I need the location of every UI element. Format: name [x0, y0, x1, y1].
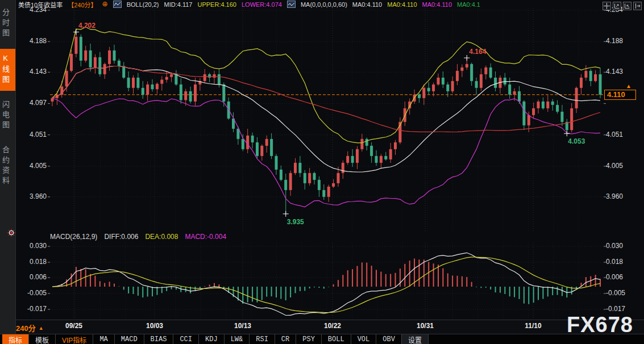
toolbar-tab-5[interactable]: BIAS	[144, 334, 174, 344]
macd-diff-value: DIFF:0.006	[104, 233, 138, 241]
macd-label: MACD(26,12,9)	[50, 233, 97, 241]
toolbar-tab-9[interactable]: RSI	[250, 334, 275, 344]
ma-label: MA(0,0,0,0,0,60)	[301, 1, 347, 8]
current-price-tag: 4.110	[604, 90, 636, 100]
ma-value-1: MA0:4.110	[352, 1, 382, 8]
sidebar-item-2[interactable]: 闪电图	[0, 95, 15, 136]
date-axis[interactable]	[0, 320, 644, 334]
zoom-out-chart-icon[interactable]	[613, 2, 621, 10]
zoom-in-chart-icon[interactable]	[623, 2, 631, 10]
toolbar-tab-4[interactable]: MACD	[115, 334, 144, 344]
boll-upper-value: UPPER:4.160	[197, 1, 236, 8]
chart-canvas[interactable]	[0, 0, 644, 344]
live-indicator-icon[interactable]	[7, 229, 15, 237]
ma-value-4: MA0:4.1	[457, 1, 480, 8]
chart-controls	[603, 2, 642, 10]
boll-label: BOLL(20,2)	[127, 1, 159, 8]
macd-macd-value: MACD:-0.004	[185, 233, 226, 241]
crosshair-icon[interactable]	[603, 2, 611, 10]
ma-value-2: MA0:4.110	[387, 1, 417, 8]
toolbar-tab-11[interactable]: PSY	[296, 334, 322, 344]
toolbar-tab-14[interactable]: OBV	[376, 334, 402, 344]
trading-chart-app: 分时图K线图闪电图合约资料 美债10年收益率 【240分】 ⊕ BOLL(20,…	[0, 0, 644, 344]
shift-right-icon[interactable]	[633, 2, 642, 10]
toolbar-tab-7[interactable]: KDJ	[199, 334, 225, 344]
watermark: FX678	[567, 313, 633, 337]
timeframe-value: 240分	[16, 322, 36, 333]
boll-lower-value: LOWER:4.074	[242, 1, 282, 8]
toolbar-tab-8[interactable]: LW&	[225, 334, 250, 344]
timeframe-label[interactable]: 【240分】	[68, 0, 97, 9]
toolbar-tab-2[interactable]: VIP指标	[56, 334, 93, 344]
toolbar-tab-3[interactable]: MA	[93, 334, 114, 344]
toolbar-tab-0[interactable]: 指标	[2, 334, 29, 344]
add-indicator-icon[interactable]: ⊕	[102, 1, 108, 7]
sidebar-item-1[interactable]: K线图	[0, 49, 15, 91]
toolbar-tab-6[interactable]: CCI	[173, 334, 199, 344]
boll-mid-value: MID:4.117	[164, 1, 193, 8]
bottom-toolbar: 指标模板VIP指标MAMACDBIASCCIKDJLW&RSICRPSYBOLL…	[0, 334, 644, 344]
current-price-value: 4.110	[607, 90, 625, 99]
instrument-title: 美债10年收益率	[18, 0, 63, 9]
ma-value-3: MA0:4.110	[422, 1, 452, 8]
macd-dea-value: DEA:0.008	[145, 233, 178, 241]
toolbar-tab-10[interactable]: CR	[275, 334, 296, 344]
timeframe-arrow-icon: ▲	[39, 325, 44, 331]
sidebar-item-3[interactable]: 合约资料	[0, 141, 15, 192]
ma-indicator-icon[interactable]	[287, 1, 296, 8]
sidebar-item-0[interactable]: 分时图	[0, 3, 15, 44]
boll-indicator-icon[interactable]	[113, 1, 122, 8]
toolbar-tab-1[interactable]: 模板	[29, 334, 56, 344]
toolbar-tab-15[interactable]: 设置	[402, 334, 429, 344]
timeframe-selector[interactable]: 240分 ▲	[16, 322, 44, 333]
toolbar-tab-12[interactable]: BOLL	[322, 334, 351, 344]
toolbar-tab-13[interactable]: VOL	[351, 334, 377, 344]
price-up-arrow-icon: ▲	[626, 83, 631, 89]
sidebar: 分时图K线图闪电图合约资料	[0, 0, 16, 334]
chart-header: 美债10年收益率 【240分】 ⊕ BOLL(20,2) MID:4.117 U…	[18, 0, 644, 9]
macd-header: MACD(26,12,9) DIFF:0.006 DEA:0.008 MACD:…	[50, 233, 226, 241]
